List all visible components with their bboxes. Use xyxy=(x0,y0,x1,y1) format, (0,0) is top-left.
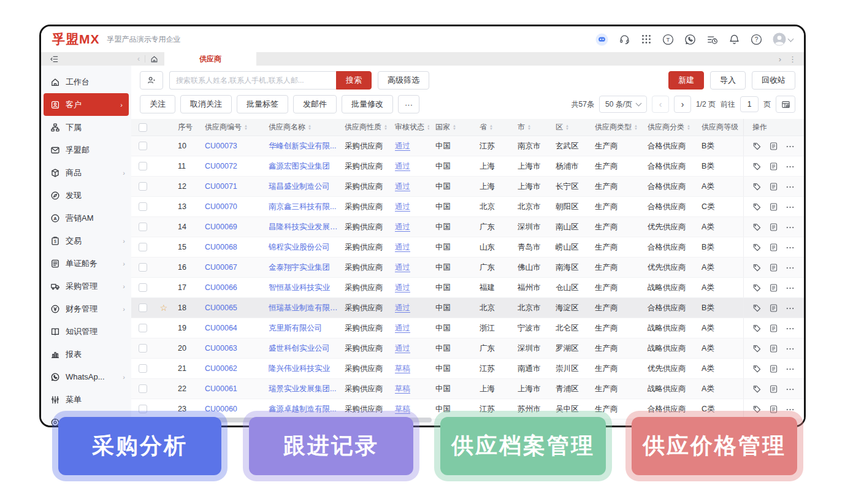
supplier-code-link[interactable]: CU00071 xyxy=(199,182,262,191)
home-tab-button[interactable] xyxy=(150,55,158,63)
tag-icon[interactable] xyxy=(752,324,762,333)
sidebar-item-finance[interactable]: 财务管理› xyxy=(41,297,131,320)
table-row[interactable]: 19CU00064克里斯有限公司采购供应商通过中国浙江宁波市北仑区生产商战略供应… xyxy=(131,318,804,338)
memo-icon[interactable] xyxy=(769,304,778,313)
table-row[interactable]: 22CU00061瑞景实业发展集团...采购供应商草稿中国上海上海市青浦区生产商… xyxy=(131,379,804,399)
notifications-icon[interactable] xyxy=(728,34,740,45)
supplier-code-link[interactable]: CU00069 xyxy=(199,223,262,231)
supplier-code-link[interactable]: CU00064 xyxy=(199,324,262,332)
supplier-code-link[interactable]: CU00067 xyxy=(199,263,262,272)
supplier-name-link[interactable]: 鑫源卓越制造有限... xyxy=(262,404,338,414)
sidebar-item-report[interactable]: 报表 xyxy=(41,343,131,365)
column-header[interactable]: 供应商编号▲▼ xyxy=(199,122,262,132)
tag-icon[interactable] xyxy=(752,405,762,414)
more-icon[interactable] xyxy=(786,202,795,212)
sort-carets-icon[interactable]: ▲▼ xyxy=(565,124,569,131)
supplier-code-link[interactable]: CU00073 xyxy=(199,142,262,150)
more-icon[interactable] xyxy=(786,223,795,232)
column-header[interactable]: 市▲▼ xyxy=(511,122,549,132)
prev-page-button[interactable]: ‹ xyxy=(652,96,669,113)
more-icon[interactable] xyxy=(786,304,795,313)
sort-carets-icon[interactable]: ▲▼ xyxy=(244,124,248,131)
column-settings-button[interactable] xyxy=(776,96,795,113)
row-checkbox[interactable] xyxy=(139,324,147,332)
send-mail-button[interactable]: 发邮件 xyxy=(293,95,337,113)
table-row[interactable]: 15CU00068锦程实业股份公司采购供应商通过中国山东青岛市崂山区生产商合格供… xyxy=(131,237,804,258)
memo-icon[interactable] xyxy=(769,263,778,272)
row-checkbox[interactable] xyxy=(139,162,147,170)
whatsapp-icon[interactable] xyxy=(684,34,696,45)
memo-icon[interactable] xyxy=(769,223,778,232)
tag-icon[interactable] xyxy=(752,263,762,272)
memo-icon[interactable] xyxy=(769,202,778,212)
star-icon[interactable]: ☆ xyxy=(160,303,168,313)
tab-forward-icon[interactable]: › xyxy=(779,55,781,64)
supplier-name-link[interactable]: 鑫源宏图实业集团 xyxy=(262,161,338,172)
task-history-icon[interactable] xyxy=(706,34,718,45)
supplier-name-link[interactable]: 智恒基业科技实业 xyxy=(262,283,338,293)
supplier-name-link[interactable]: 瑞景实业发展集团... xyxy=(262,384,338,394)
tag-icon[interactable] xyxy=(752,384,762,394)
supplier-name-link[interactable]: 南京鑫三科技有限... xyxy=(262,202,338,212)
tag-icon[interactable] xyxy=(752,344,762,353)
import-button[interactable]: 导入 xyxy=(710,71,746,90)
row-checkbox[interactable] xyxy=(139,344,147,353)
more-icon[interactable] xyxy=(786,263,795,272)
unfollow-button[interactable]: 取消关注 xyxy=(180,95,232,113)
more-icon[interactable] xyxy=(786,182,795,191)
supplier-name-link[interactable]: 锦程实业股份公司 xyxy=(262,242,338,253)
supplier-code-link[interactable]: CU00065 xyxy=(199,304,262,312)
tab-more-icon[interactable]: ⋮ xyxy=(789,55,797,64)
sort-carets-icon[interactable]: ▲▼ xyxy=(384,124,388,131)
supplier-name-link[interactable]: 金泰翔宇实业集团 xyxy=(262,262,338,273)
sort-carets-icon[interactable]: ▲▼ xyxy=(687,124,690,131)
memo-icon[interactable] xyxy=(769,405,778,414)
supplier-name-link[interactable]: 昌隆科技实业发展… xyxy=(262,222,338,232)
supplier-name-link[interactable]: 华峰创新实业有限... xyxy=(262,141,338,151)
row-checkbox[interactable] xyxy=(139,364,147,373)
memo-icon[interactable] xyxy=(769,162,778,171)
select-all-checkbox[interactable] xyxy=(139,123,147,132)
supplier-code-link[interactable]: CU00062 xyxy=(199,364,262,373)
memo-icon[interactable] xyxy=(769,283,778,292)
row-checkbox[interactable] xyxy=(139,243,147,251)
tab-back-icon[interactable]: ‹ xyxy=(137,55,140,63)
column-header[interactable]: 省▲▼ xyxy=(473,122,511,132)
sidebar-item-subordinate[interactable]: 下属 xyxy=(41,116,131,139)
tag-icon[interactable] xyxy=(752,243,762,252)
supplier-name-link[interactable]: 隆兴伟业科技实业 xyxy=(262,364,338,374)
more-icon[interactable] xyxy=(786,162,795,171)
sidebar-item-workbench[interactable]: 工作台 xyxy=(41,71,131,93)
sort-carets-icon[interactable]: ▲▼ xyxy=(489,124,493,131)
table-row[interactable]: 12CU00071瑞昌盛业制造公司采购供应商通过中国上海上海市长宁区生产商合格供… xyxy=(131,177,804,197)
more-icon[interactable] xyxy=(786,405,795,414)
column-header[interactable]: 国家▲▼ xyxy=(429,122,473,132)
column-header[interactable]: 审核状态▲▼ xyxy=(389,122,429,132)
row-checkbox[interactable] xyxy=(139,384,147,393)
table-row[interactable]: 17CU00066智恒基业科技实业采购供应商通过中国福建福州市仓山区生产商战略供… xyxy=(131,278,804,298)
follow-button[interactable]: 关注 xyxy=(140,95,175,113)
memo-icon[interactable] xyxy=(769,142,778,151)
advanced-filter-button[interactable]: 高级筛选 xyxy=(378,71,429,90)
next-page-button[interactable]: › xyxy=(674,96,691,113)
supplier-name-link[interactable]: 盛世科创实业公司 xyxy=(262,343,338,354)
table-row[interactable]: 10CU00073华峰创新实业有限...采购供应商通过中国江苏南京市玄武区生产商… xyxy=(131,136,804,156)
supplier-code-link[interactable]: CU00060 xyxy=(199,405,262,413)
supplier-code-link[interactable]: CU00063 xyxy=(199,344,262,353)
row-checkbox[interactable] xyxy=(139,263,147,272)
column-header[interactable]: 供应商类型▲▼ xyxy=(589,122,641,132)
row-checkbox[interactable] xyxy=(139,142,147,150)
sidebar-item-product[interactable]: 商品› xyxy=(41,161,131,184)
more-icon[interactable] xyxy=(786,243,795,252)
contact-filter-button[interactable] xyxy=(140,71,163,90)
more-icon[interactable] xyxy=(786,142,795,151)
goto-page-input[interactable] xyxy=(740,96,759,112)
memo-icon[interactable] xyxy=(769,364,778,373)
tag-icon[interactable] xyxy=(752,182,762,191)
row-checkbox[interactable] xyxy=(139,202,147,211)
supplier-name-link[interactable]: 瑞昌盛业制造公司 xyxy=(262,181,338,192)
sort-carets-icon[interactable]: ▲▼ xyxy=(527,124,531,131)
more-actions-button[interactable]: ··· xyxy=(398,95,419,113)
tab-suppliers[interactable]: 供应商 xyxy=(164,52,256,66)
sidebar-item-customer[interactable]: 客户› xyxy=(44,93,129,116)
